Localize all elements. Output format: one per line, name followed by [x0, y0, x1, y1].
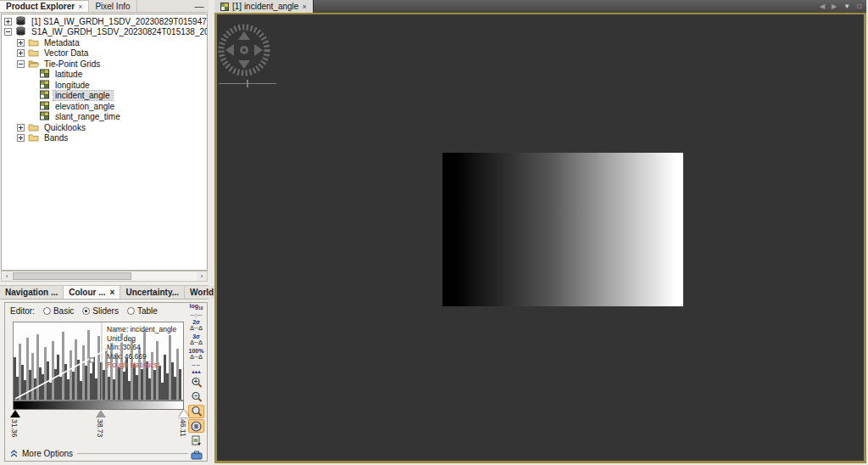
tree-item-latitude[interactable]: latitude [2, 70, 207, 81]
tree-item-bands[interactable]: Bands [2, 133, 207, 144]
close-icon[interactable]: × [78, 3, 82, 11]
tree-item-label[interactable]: Quicklooks [42, 123, 88, 132]
grid-icon [220, 3, 229, 11]
close-icon[interactable]: × [302, 3, 306, 11]
tab-product-explorer[interactable]: Product Explorer × [0, 0, 89, 12]
tree-item-label[interactable]: Bands [42, 133, 70, 143]
tree-item-label[interactable]: S1A_IW_GRDH_1SDV_20230824T015138_2023082… [30, 27, 208, 36]
scroll-left-icon[interactable]: ‹ [2, 272, 12, 281]
tab-navigation[interactable]: Navigation ... [0, 286, 64, 299]
prev-document-icon[interactable]: ◀ [820, 3, 825, 10]
expand-icon[interactable] [17, 49, 25, 57]
more-options-toggle[interactable]: More Options [10, 449, 188, 458]
ramp-slider-gray[interactable] [96, 410, 106, 417]
explorer-panel: Product Explorer × Pixel Info — [1] S1A_… [0, 0, 209, 465]
stretch-100-percent-icon[interactable]: 100%Δ─Δ [188, 347, 204, 361]
radio-label: Basic [53, 306, 74, 316]
tree-item-slant-range-time[interactable]: slant_range_time [2, 112, 207, 123]
tree-item-vector-data[interactable]: Vector Data [2, 48, 207, 59]
tree-item-longitude[interactable]: longitude [2, 80, 207, 91]
folder-open-icon [28, 59, 39, 70]
document-list-dropdown-icon[interactable]: ▼ [843, 3, 850, 10]
explorer-tabbar: Product Explorer × Pixel Info — [0, 0, 209, 13]
tree-item-label[interactable]: latitude [53, 70, 85, 79]
product-icon [15, 16, 26, 27]
tree-item-quicklooks[interactable]: Quicklooks [2, 122, 207, 133]
product-icon [15, 26, 26, 37]
scroll-right-icon[interactable]: › [197, 272, 207, 281]
close-icon[interactable]: × [110, 288, 115, 297]
extend-palette-range-icon[interactable] [188, 419, 204, 433]
product-tree[interactable]: [1] S1A_IW_GRDH_1SDV_20230829T015947_202… [1, 14, 208, 271]
tree-item-label[interactable]: elevation_angle [53, 102, 117, 111]
export-palette-icon[interactable] [188, 448, 204, 462]
tree-item-tie-point-grids[interactable]: Tie-Point Grids [2, 59, 207, 70]
tab-pixel-info[interactable]: Pixel Info [89, 0, 136, 12]
more-options-label: More Options [22, 449, 73, 458]
scrollbar-thumb[interactable] [13, 272, 131, 280]
minimize-panel-icon[interactable]: — [190, 0, 209, 12]
svg-text:+: + [193, 378, 197, 384]
stretch-3-sigma-icon[interactable]: 3σΔ─Δ [188, 333, 204, 346]
tab-label: Uncertainty... [125, 288, 179, 297]
expand-icon[interactable] [17, 134, 25, 142]
tab-incident-angle-view[interactable]: [1] incident_angle × [214, 0, 314, 13]
grid-icon [39, 69, 50, 80]
tree-item-label[interactable]: Vector Data [42, 48, 91, 58]
ramp-slider-value: 46.11 [179, 419, 187, 437]
tree-item-metadata[interactable]: Metadata [2, 37, 207, 48]
tree-item-elevation-angle[interactable]: elevation_angle [2, 101, 207, 112]
tree-item-label[interactable]: Metadata [42, 38, 82, 48]
tab-uncertainty[interactable]: Uncertainty... [120, 286, 185, 299]
zoom-out-vertical-icon[interactable]: − [188, 390, 204, 404]
pan-compass-icon[interactable] [218, 24, 270, 76]
radio-dot-icon [43, 307, 51, 315]
stat-unit: Unit: deg [107, 334, 176, 344]
zoom-slider-handle[interactable] [247, 80, 248, 87]
tree-item-label[interactable]: longitude [53, 81, 92, 90]
expand-icon[interactable] [17, 124, 25, 132]
distribute-sliders-icon[interactable]: ╌╌▴▴▴ [188, 361, 204, 375]
tree-item--1-s1a-iw-grdh-1sdv-20230829t0[interactable]: [1] S1A_IW_GRDH_1SDV_20230829T015947_202… [2, 16, 207, 27]
tree-item-label[interactable]: incident_angle [53, 91, 113, 100]
radio-basic[interactable]: Basic [43, 306, 74, 316]
zoom-slider[interactable] [219, 80, 276, 87]
import-palette-icon[interactable] [188, 434, 204, 447]
grid-icon [39, 80, 50, 91]
tree-item-label[interactable]: [1] S1A_IW_GRDH_1SDV_20230829T015947_202… [30, 17, 208, 26]
radio-label: Sliders [92, 306, 119, 316]
radio-table[interactable]: Table [127, 306, 158, 316]
folder-icon [28, 122, 39, 133]
stretch-2-sigma-icon[interactable]: 2σΔ─Δ [188, 318, 204, 332]
tab-label: Colour ... [69, 288, 105, 297]
next-document-icon[interactable]: ▶ [832, 3, 837, 10]
folder-icon [28, 48, 39, 59]
tree-item-incident-angle[interactable]: incident_angle [2, 91, 207, 102]
tree-item-s1a-iw-grdh-1sdv-20230824t0151[interactable]: S1A_IW_GRDH_1SDV_20230824T015138_2023082… [2, 27, 207, 38]
tree-item-label[interactable]: slant_range_time [53, 112, 123, 121]
image-view-canvas[interactable] [214, 13, 866, 463]
tool-window-tabbar: Navigation ... Colour ... × Uncertainty.… [0, 285, 209, 300]
histogram-view[interactable]: Name: incident_angle Unit: deg Min: 30.6… [13, 322, 184, 401]
tree-horizontal-scrollbar[interactable]: ‹ › [1, 271, 208, 282]
radio-sliders[interactable]: Sliders [82, 306, 119, 316]
folder-icon [28, 37, 39, 48]
chevron-up-double-icon [10, 450, 18, 457]
ramp-slider-white[interactable] [179, 410, 189, 417]
expand-icon[interactable] [17, 39, 25, 47]
ramp-slider-black[interactable] [10, 410, 20, 417]
tree-item-label[interactable]: Tie-Point Grids [42, 59, 103, 69]
collapse-icon[interactable] [4, 28, 12, 36]
expand-icon[interactable] [4, 18, 12, 25]
editor-mode-row: Editor: BasicSlidersTable [10, 306, 158, 316]
collapse-icon[interactable] [17, 60, 25, 68]
svg-text:−: − [193, 393, 197, 399]
incident-angle-raster-image[interactable] [442, 153, 683, 306]
colour-panel-toolbar: log10─○─2σΔ─Δ3σΔ─Δ100%Δ─Δ╌╌▴▴▴+− [187, 304, 205, 465]
maximize-window-icon[interactable]: □ [857, 3, 861, 10]
log10-toggle-icon[interactable]: log10─○─ [188, 304, 204, 317]
grid-icon [39, 111, 50, 122]
auto-zoom-histogram-icon[interactable] [188, 405, 204, 418]
zoom-in-vertical-icon[interactable]: + [188, 376, 204, 389]
tab-colour-manipulation[interactable]: Colour ... × [64, 286, 120, 299]
